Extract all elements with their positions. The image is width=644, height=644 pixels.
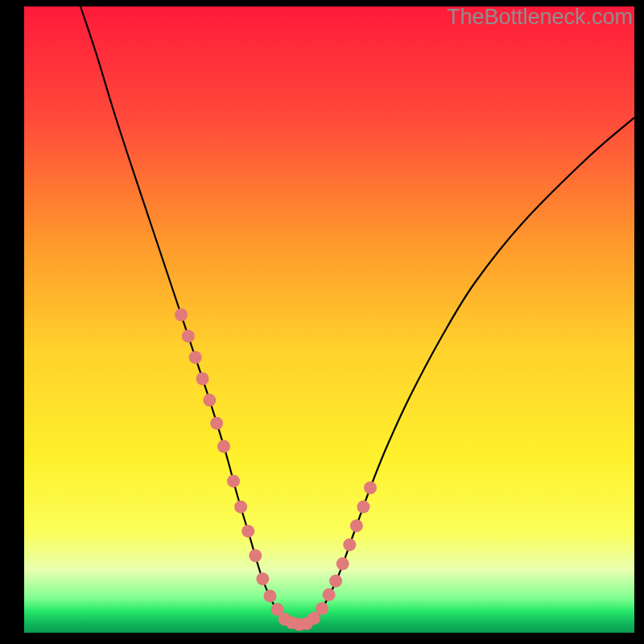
highlight-dot xyxy=(364,481,377,494)
highlight-dot xyxy=(323,588,336,601)
highlight-dot xyxy=(249,549,262,562)
highlight-dot xyxy=(343,539,356,551)
highlight-dot xyxy=(242,525,254,538)
highlight-dot xyxy=(196,373,209,386)
highlight-dot xyxy=(182,330,195,343)
highlight-dot xyxy=(329,575,342,588)
highlight-dot xyxy=(263,589,276,602)
highlight-dot xyxy=(175,308,188,321)
highlight-dot xyxy=(227,475,240,488)
highlight-dot xyxy=(189,351,202,364)
highlight-dot xyxy=(210,417,223,430)
highlight-dot xyxy=(234,501,247,514)
highlight-dots xyxy=(175,308,377,631)
highlight-dot xyxy=(217,440,230,453)
plot-area xyxy=(24,6,634,633)
highlight-dot xyxy=(357,501,369,514)
watermark-text: TheBottleneck.com xyxy=(447,5,633,30)
highlight-dot xyxy=(203,394,216,407)
bottleneck-curve xyxy=(80,6,634,625)
highlight-dot xyxy=(336,557,349,570)
curve-layer xyxy=(24,6,634,633)
highlight-dot xyxy=(350,519,363,532)
highlight-dot xyxy=(316,602,328,615)
highlight-dot xyxy=(256,572,269,585)
